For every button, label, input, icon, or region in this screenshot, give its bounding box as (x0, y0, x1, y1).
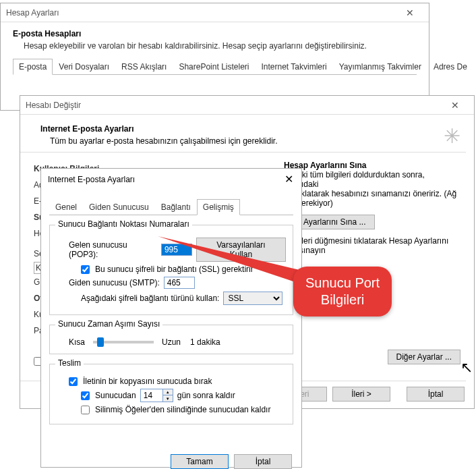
remove-on-delete-checkbox[interactable] (81, 406, 90, 414)
win1-heading: E-posta Hesapları (13, 29, 417, 38)
tab-yayimlanmis[interactable]: Yayımlanmış Takvimler (333, 59, 427, 75)
win2-titlebar[interactable]: Hesabı Değiştir ✕ (20, 96, 474, 115)
win3-tabs: Genel Giden Sunucusu Bağlantı Gelişmiş (49, 199, 293, 215)
remove-after-suffix: gün sonra kaldır (177, 391, 235, 400)
ok-button[interactable]: Tamam (171, 454, 229, 469)
leave-copy-label: İletinin bir kopyasını sunucuda bırak (83, 377, 212, 386)
tab-eposta[interactable]: E-posta (13, 59, 53, 75)
group-ports-legend: Sunucu Bağlantı Noktası Numaraları (55, 219, 192, 229)
win1-title: Hesap Ayarları (6, 8, 59, 18)
win1-tabs: E-posta Veri Dosyaları RSS Akışları Shar… (13, 59, 417, 75)
spin-down-icon[interactable]: ▼ (163, 395, 173, 402)
account-settings-window: Hesap Ayarları ✕ E-posta Hesapları Hesap… (0, 3, 429, 111)
test-desc3: tısı gerekiyor) (284, 198, 460, 208)
cancel-button[interactable]: İptal (234, 454, 292, 469)
win2-heading: Internet E-posta Ayarları (40, 124, 444, 134)
encryption-select[interactable]: SSL (223, 292, 282, 305)
remove-after-prefix: Sunucudan (95, 391, 136, 400)
remove-after-checkbox[interactable] (81, 391, 90, 400)
win2-desc: Tüm bu ayarlar e-posta hesabınızın çalış… (50, 136, 444, 146)
callout-bubble: Sunucu Port Bilgileri (293, 267, 392, 316)
win2-title: Hesabı Değiştir (26, 101, 81, 110)
timeout-value: 1 dakika (190, 337, 220, 347)
group-delivery: Teslim İletinin bir kopyasını sunucuda b… (49, 364, 293, 424)
callout-arrow-icon (158, 229, 313, 290)
test-desc1: andaki tüm bilgileri doldurduktan sonra,… (284, 170, 460, 189)
tab-adres[interactable]: Adres De (427, 59, 473, 75)
group-delivery-legend: Teslim (55, 358, 84, 368)
timeout-short-label: Kısa (69, 337, 85, 347)
smtp-label: Giden sunucusu (SMTP): (69, 278, 160, 287)
internet-email-settings-dialog: Internet E-posta Ayarları ✕ Genel Giden … (40, 168, 302, 468)
test-desc2: eyi tıklatarak hesabınızı sınamanızı öne… (284, 189, 460, 198)
enc-label: Aşağıdaki şifreli bağlantı türünü kullan… (81, 294, 219, 303)
win1-titlebar[interactable]: Hesap Ayarları ✕ (1, 3, 429, 22)
remove-on-delete-label: Silinmiş Öğeler'den silindiğinde sunucud… (95, 405, 270, 414)
tab-internet-takvim[interactable]: Internet Takvimleri (255, 59, 332, 75)
timeout-slider[interactable] (93, 341, 154, 343)
close-icon[interactable]: ✕ (280, 171, 297, 187)
close-icon[interactable]: ✕ (396, 4, 423, 22)
tab-giden-sunucusu[interactable]: Giden Sunucusu (83, 199, 155, 215)
mouse-cursor-icon: ↖ (460, 359, 473, 377)
pop3-ssl-checkbox[interactable] (81, 265, 90, 274)
tab-rss[interactable]: RSS Akışları (115, 59, 173, 75)
group-timeout-legend: Sunucu Zaman Aşımı Sayısı (55, 319, 162, 329)
tab-gelismis[interactable]: Gelişmiş (197, 199, 240, 215)
tab-baglanti[interactable]: Bağlantı (155, 199, 197, 215)
tab-veri-dosyalari[interactable]: Veri Dosyaları (53, 59, 115, 75)
cancel-button[interactable]: İptal (407, 387, 465, 402)
remove-after-days-spinner[interactable]: ▲▼ (140, 389, 173, 402)
more-settings-button[interactable]: Diğer Ayarlar ... (388, 350, 460, 364)
win1-desc: Hesap ekleyebilir ve varolan bir hesabı … (24, 41, 417, 51)
leave-copy-checkbox[interactable] (69, 377, 78, 386)
remove-after-days-input[interactable] (141, 389, 162, 402)
svg-marker-0 (158, 236, 299, 283)
close-icon[interactable]: ✕ (442, 96, 469, 114)
tab-genel[interactable]: Genel (49, 199, 83, 215)
next-button[interactable]: İleri > (332, 387, 390, 402)
test-heading: Hesap Ayarlarını Sına (284, 161, 460, 170)
spin-up-icon[interactable]: ▲ (163, 389, 173, 395)
timeout-long-label: Uzun (162, 337, 181, 347)
group-timeout: Sunucu Zaman Aşımı Sayısı Kısa Uzun 1 da… (49, 325, 293, 354)
pop3-label: Gelen sunucusu (POP3): (69, 240, 157, 259)
win3-title: Internet E-posta Ayarları (48, 175, 135, 184)
tab-sharepoint[interactable]: SharePoint Listeleri (173, 59, 255, 75)
test-on-next-label: İleri düğmesini tıklatarak Hesap Ayarlar… (299, 236, 460, 255)
settings-star-icon: ✳ (444, 124, 460, 148)
